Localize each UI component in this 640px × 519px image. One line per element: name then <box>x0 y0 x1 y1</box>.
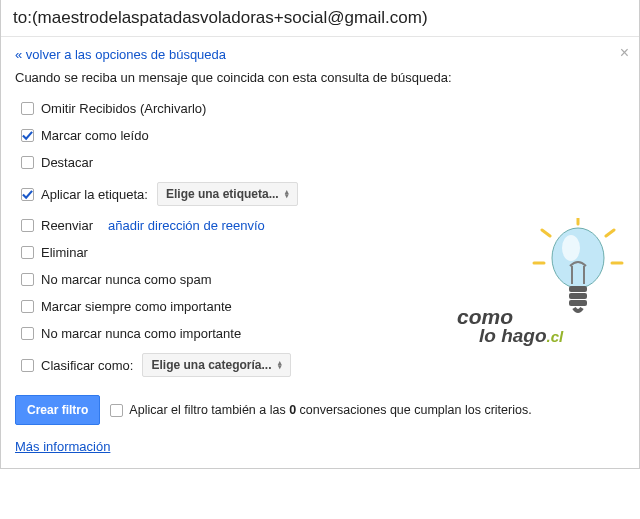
checkbox-skip-inbox[interactable] <box>21 102 34 115</box>
footer-row: Crear filtro Aplicar el filtro también a… <box>15 383 625 429</box>
close-icon[interactable]: × <box>620 45 629 61</box>
option-categorize: Clasificar como: Elige una categoría... … <box>15 347 625 383</box>
add-forward-address-link[interactable]: añadir dirección de reenvío <box>108 218 265 233</box>
option-skip-inbox: Omitir Recibidos (Archivarlo) <box>15 95 625 122</box>
also-apply-wrapper: Aplicar el filtro también a las 0 conver… <box>110 403 531 417</box>
label-skip-inbox: Omitir Recibidos (Archivarlo) <box>41 101 206 116</box>
also-apply-suffix: conversaciones que cumplan los criterios… <box>296 403 532 417</box>
more-info-link[interactable]: Más información <box>15 439 110 454</box>
label-star: Destacar <box>41 155 93 170</box>
label-delete: Eliminar <box>41 245 88 260</box>
also-apply-text: Aplicar el filtro también a las 0 conver… <box>129 403 531 417</box>
dialog-content: × « volver a las opciones de búsqueda Cu… <box>1 37 639 468</box>
search-query-bar: to:(maestrodelaspatadasvoladoras+social@… <box>1 0 639 37</box>
label-forward: Reenviar <box>41 218 93 233</box>
checkbox-forward[interactable] <box>21 219 34 232</box>
option-star: Destacar <box>15 149 625 176</box>
checkbox-mark-read[interactable] <box>21 129 34 142</box>
option-forward: Reenviar añadir dirección de reenvío <box>15 212 625 239</box>
category-dropdown-text: Elige una categoría... <box>151 358 271 372</box>
option-delete: Eliminar <box>15 239 625 266</box>
search-query-text: to:(maestrodelaspatadasvoladoras+social@… <box>13 8 428 27</box>
checkbox-categorize[interactable] <box>21 359 34 372</box>
option-never-important: No marcar nunca como importante <box>15 320 625 347</box>
option-apply-label: Aplicar la etiqueta: Elige una etiqueta.… <box>15 176 625 212</box>
create-filter-button[interactable]: Crear filtro <box>15 395 100 425</box>
label-dropdown[interactable]: Elige una etiqueta... ▴▾ <box>157 182 298 206</box>
category-dropdown[interactable]: Elige una categoría... ▴▾ <box>142 353 290 377</box>
filter-dialog: to:(maestrodelaspatadasvoladoras+social@… <box>0 0 640 469</box>
updown-caret-icon: ▴▾ <box>285 190 289 198</box>
checkbox-delete[interactable] <box>21 246 34 259</box>
checkbox-apply-label[interactable] <box>21 188 34 201</box>
label-never-important: No marcar nunca como importante <box>41 326 241 341</box>
also-apply-prefix: Aplicar el filtro también a las <box>129 403 289 417</box>
label-categorize: Clasificar como: <box>41 358 133 373</box>
label-dropdown-text: Elige una etiqueta... <box>166 187 279 201</box>
checkbox-star[interactable] <box>21 156 34 169</box>
label-always-important: Marcar siempre como importante <box>41 299 232 314</box>
option-always-important: Marcar siempre como importante <box>15 293 625 320</box>
checkbox-never-spam[interactable] <box>21 273 34 286</box>
checkbox-always-important[interactable] <box>21 300 34 313</box>
label-mark-read: Marcar como leído <box>41 128 149 143</box>
checkbox-also-apply[interactable] <box>110 404 123 417</box>
label-never-spam: No marcar nunca como spam <box>41 272 212 287</box>
checkbox-never-important[interactable] <box>21 327 34 340</box>
intro-text: Cuando se reciba un mensaje que coincida… <box>15 70 625 85</box>
back-to-search-link[interactable]: « volver a las opciones de búsqueda <box>15 47 226 62</box>
updown-caret-icon: ▴▾ <box>278 361 282 369</box>
option-never-spam: No marcar nunca como spam <box>15 266 625 293</box>
label-apply-label: Aplicar la etiqueta: <box>41 187 148 202</box>
option-mark-read: Marcar como leído <box>15 122 625 149</box>
